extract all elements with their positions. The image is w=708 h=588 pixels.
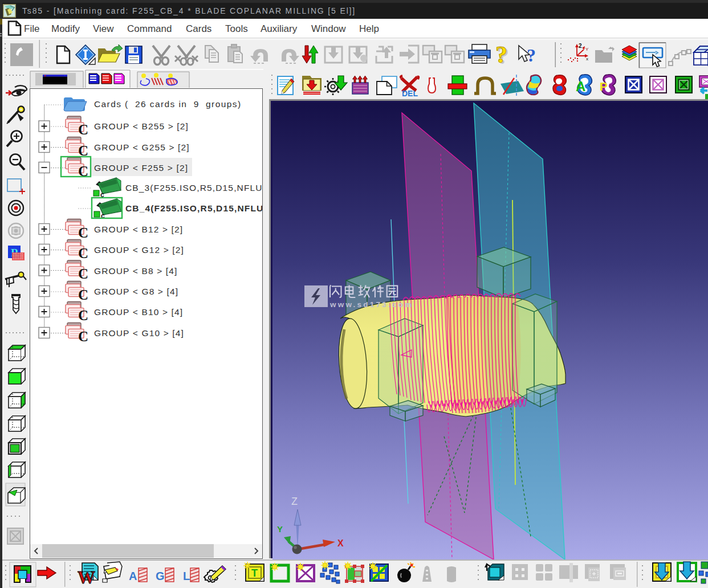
svg-text:Y: Y [277, 524, 283, 534]
svg-text:G: G [156, 570, 165, 582]
svg-text:L: L [183, 570, 190, 582]
svg-text:Z: Z [291, 496, 298, 507]
svg-text:2: 2 [579, 43, 582, 49]
svg-text:Y: Y [585, 47, 589, 52]
svg-text:x: x [586, 56, 588, 62]
svg-text:P: P [600, 80, 608, 93]
svg-text:?: ? [527, 45, 536, 66]
svg-text:A: A [129, 570, 137, 582]
svg-text:X: X [337, 538, 344, 548]
svg-text:www.sd173.com: www.sd173.com [329, 300, 413, 309]
svg-text:W: W [78, 567, 95, 587]
svg-text:?: ? [495, 42, 507, 68]
svg-text:T: T [251, 567, 258, 579]
svg-text:DEL: DEL [402, 89, 418, 98]
svg-text:A: A [576, 79, 585, 94]
